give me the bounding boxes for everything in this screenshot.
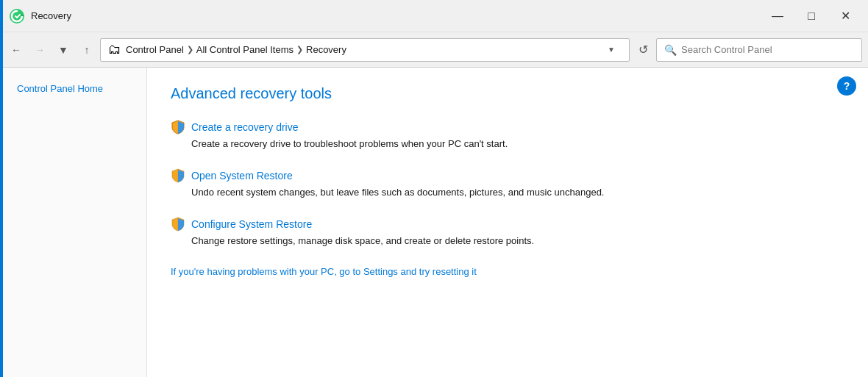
forward-button[interactable]: → [29,40,50,60]
search-input[interactable] [681,44,854,55]
shield-icon-1 [171,120,185,134]
app-icon [9,8,25,24]
tool-item-system-restore: Open System Restore Undo recent system c… [171,168,844,199]
left-accent-bar [0,0,3,377]
tool-label-configure-restore: Configure System Restore [191,218,312,230]
sidebar: Control Panel Home [0,68,147,377]
back-button[interactable]: ← [6,40,26,60]
breadcrumb-sep-1: ❯ [187,45,193,54]
up-button[interactable]: ↑ [77,40,97,60]
tool-link-create-recovery[interactable]: Create a recovery drive [171,120,844,134]
tool-desc-configure-restore: Change restore settings, manage disk spa… [191,234,844,248]
address-dropdown-button[interactable]: ▼ [601,40,622,60]
shield-icon-3 [171,217,185,231]
shield-icon-2 [171,168,185,183]
address-bar-input[interactable]: 🗂 Control Panel ❯ All Control Panel Item… [100,38,630,62]
maximize-button[interactable]: □ [794,4,828,28]
refresh-button[interactable]: ↺ [633,40,653,60]
title-bar-left: Recovery [9,8,71,24]
breadcrumb-all-items[interactable]: All Control Panel Items [196,44,294,55]
tool-link-system-restore[interactable]: Open System Restore [171,168,844,183]
breadcrumb-recovery: Recovery [306,44,346,55]
breadcrumb-sep-2: ❯ [296,45,303,54]
tool-item-create-recovery: Create a recovery drive Create a recover… [171,120,844,151]
breadcrumb: Control Panel ❯ All Control Panel Items … [126,44,346,55]
tool-link-configure-restore[interactable]: Configure System Restore [171,217,844,231]
tool-desc-system-restore: Undo recent system changes, but leave fi… [191,186,844,199]
sidebar-item-home[interactable]: Control Panel Home [6,78,114,99]
history-dropdown-button[interactable]: ▼ [53,40,74,60]
close-button[interactable]: ✕ [828,4,862,28]
search-icon: 🔍 [664,44,677,56]
section-title: Advanced recovery tools [171,85,844,102]
folder-icon: 🗂 [108,42,121,57]
window-title: Recovery [31,10,71,21]
search-box: 🔍 [656,38,862,62]
address-bar: ← → ▼ ↑ 🗂 Control Panel ❯ All Control Pa… [0,32,868,68]
settings-reset-link[interactable]: If you're having problems with your PC, … [171,266,844,277]
tool-label-system-restore: Open System Restore [191,170,293,182]
tool-item-configure-restore: Configure System Restore Change restore … [171,217,844,248]
window-controls: — □ ✕ [761,4,862,28]
title-bar: Recovery — □ ✕ [0,0,868,32]
tool-label-create-recovery: Create a recovery drive [191,121,299,133]
content-area: Control Panel Home ? Advanced recovery t… [0,68,868,377]
main-content: ? Advanced recovery tools Create a recov… [147,68,868,377]
help-button[interactable]: ? [837,76,856,96]
tool-desc-create-recovery: Create a recovery drive to troubleshoot … [191,137,844,151]
minimize-button[interactable]: — [761,4,794,28]
breadcrumb-control-panel[interactable]: Control Panel [126,44,184,55]
